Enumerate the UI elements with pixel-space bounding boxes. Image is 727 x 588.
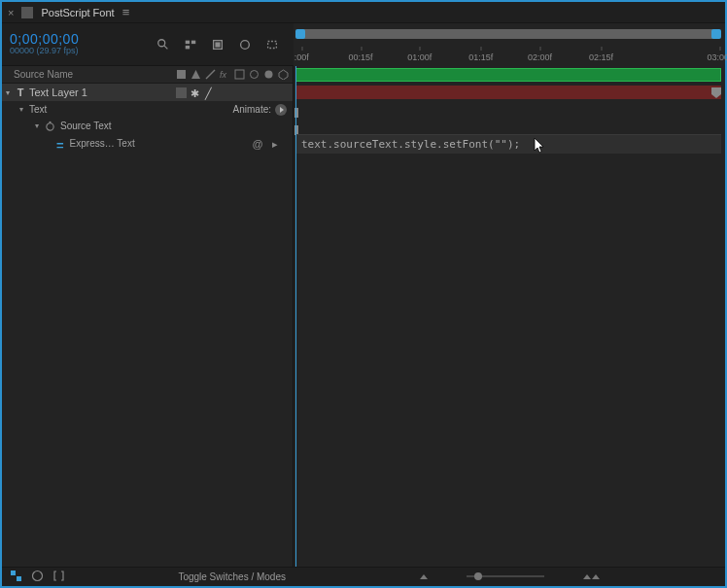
zoom-slider[interactable] (467, 575, 544, 577)
timecode-box[interactable]: 0;00;00;00 00000 (29.97 fps) (10, 32, 79, 56)
ruler-tick: 01:15f (468, 52, 493, 62)
ruler-tick: :00f (294, 52, 309, 62)
animate-label: Animate: (233, 104, 271, 115)
render-queue-icon[interactable] (31, 570, 45, 583)
label-swatch[interactable] (176, 87, 187, 98)
collapse-switch[interactable]: ╱ (205, 87, 216, 98)
composition-marker-icon[interactable] (710, 86, 723, 99)
footer: Toggle Switches / Modes (2, 567, 725, 586)
zoom-in-icon[interactable] (420, 574, 428, 579)
left-toolbar: 0;00;00;00 00000 (29.97 fps) (2, 32, 294, 56)
svg-point-7 (241, 40, 250, 49)
motion-blur-header-icon[interactable] (249, 69, 260, 80)
prop-text-label: Text (29, 104, 233, 115)
layer-switches: ✱ ╱ (174, 87, 293, 98)
toggle-switches-modes-button[interactable]: Toggle Switches / Modes (178, 571, 286, 582)
adjustment-header-icon[interactable] (263, 69, 274, 80)
source-text-label: Source Text (60, 121, 293, 131)
timeline-ruler[interactable]: :00f00:15f01:00f01:15f02:00f02:15f03:00f (294, 23, 725, 66)
composition-title[interactable]: PostScript Font (41, 7, 114, 18)
animate-flyout-icon[interactable] (275, 104, 287, 116)
svg-rect-6 (215, 42, 220, 47)
composition-mini-flowchart-icon[interactable] (183, 37, 198, 52)
toggle-switches-icon[interactable] (10, 570, 23, 583)
ruler-tick: 03:00f (707, 52, 727, 62)
prop-text[interactable]: ▾ Text Animate: (2, 101, 293, 118)
layer-track[interactable] (294, 84, 725, 101)
layer-text-layer-1[interactable]: ▾ T Text Layer 1 ✱ ╱ (2, 84, 293, 101)
layer-name[interactable]: Text Layer 1 (27, 86, 174, 98)
stopwatch-icon[interactable] (45, 121, 56, 132)
timeline-tracks (294, 66, 725, 136)
ruler-tick: 02:15f (589, 52, 613, 62)
ruler-tick: 00:15f (349, 52, 373, 62)
text-layer-type-icon: T (14, 86, 27, 98)
shy-header-icon[interactable] (190, 69, 201, 80)
layer-panel: Source Name fx ▾ T Text Layer 1 (2, 66, 294, 566)
svg-rect-16 (50, 121, 52, 123)
expression-enable-icon[interactable]: = (56, 138, 64, 153)
expression-pickwhip-icon[interactable]: @ (252, 138, 263, 150)
prop-source-text[interactable]: ▾ Source Text (2, 118, 293, 134)
shy-switch[interactable]: ✱ (190, 87, 201, 98)
svg-rect-3 (191, 40, 195, 44)
svg-rect-2 (186, 40, 190, 44)
footer-left: Toggle Switches / Modes (2, 570, 294, 583)
twirl-down-icon[interactable]: ▾ (2, 88, 14, 97)
timeline-panel[interactable]: text.sourceText.style.setFont(""); (294, 66, 725, 566)
playhead[interactable] (295, 66, 296, 566)
expression-row: = Express… Text @ ▸ (2, 134, 293, 167)
ruler-ticks: :00f00:15f01:00f01:15f02:00f02:15f03:00f (297, 45, 719, 62)
svg-rect-12 (235, 70, 244, 79)
svg-point-21 (33, 571, 43, 581)
expression-editor[interactable]: text.sourceText.style.setFont(""); (295, 134, 721, 154)
expression-label: Express… Text (70, 138, 252, 149)
current-time[interactable]: 0;00;00;00 (10, 32, 79, 47)
layer-bar[interactable] (295, 86, 721, 99)
columns-header: Source Name fx (2, 66, 293, 84)
svg-rect-9 (177, 70, 186, 79)
close-tab-icon[interactable]: × (8, 7, 14, 18)
footer-right (294, 574, 725, 579)
search-icon[interactable] (156, 37, 171, 52)
3d-header-icon[interactable] (278, 69, 289, 80)
quality-icon[interactable]: fx (220, 69, 230, 80)
svg-rect-20 (17, 576, 21, 581)
text-prop-track (294, 101, 725, 119)
keyframe-marker-icon[interactable] (294, 104, 299, 114)
svg-rect-4 (186, 46, 190, 50)
frame-blend-header-icon[interactable] (234, 69, 245, 80)
keyframe-marker-icon[interactable] (294, 121, 299, 131)
ruler-tick: 02:00f (528, 52, 552, 62)
svg-point-13 (251, 71, 259, 79)
zoom-out-icon[interactable] (583, 574, 600, 579)
switches-header: fx (174, 69, 293, 80)
label-color-icon[interactable] (176, 69, 187, 80)
ruler-tick: 01:00f (407, 52, 432, 62)
twirl-down-icon[interactable]: ▾ (19, 105, 29, 114)
app-window: × PostScript Font ≡ 0;00;00;00 00000 (29… (0, 0, 727, 588)
framerate-label: 00000 (29.97 fps) (10, 47, 79, 56)
svg-point-15 (47, 122, 53, 129)
toolbar-icons (156, 37, 280, 52)
svg-rect-8 (268, 41, 277, 48)
toolbar-row: 0;00;00;00 00000 (29.97 fps) :00f00:15f0… (2, 23, 725, 66)
frame-blend-icon[interactable] (264, 37, 280, 52)
work-area-bar[interactable] (297, 29, 719, 39)
brackets-icon[interactable] (52, 570, 66, 583)
twirl-down-icon[interactable]: ▾ (35, 121, 45, 130)
work-area-green[interactable] (295, 68, 721, 82)
panel-menu-icon[interactable]: ≡ (122, 5, 130, 19)
composition-icon (21, 7, 33, 18)
svg-text:fx: fx (220, 70, 227, 80)
svg-point-14 (265, 71, 273, 79)
shy-icon[interactable] (237, 37, 253, 52)
source-name-header[interactable]: Source Name (2, 69, 174, 80)
collapse-icon[interactable] (205, 69, 216, 80)
svg-point-0 (158, 39, 165, 46)
svg-line-1 (164, 46, 168, 50)
expression-tools: @ ▸ (252, 138, 281, 150)
expression-language-menu-icon[interactable]: ▸ (269, 138, 281, 150)
svg-line-10 (206, 70, 215, 79)
draft-3d-icon[interactable] (210, 37, 225, 52)
